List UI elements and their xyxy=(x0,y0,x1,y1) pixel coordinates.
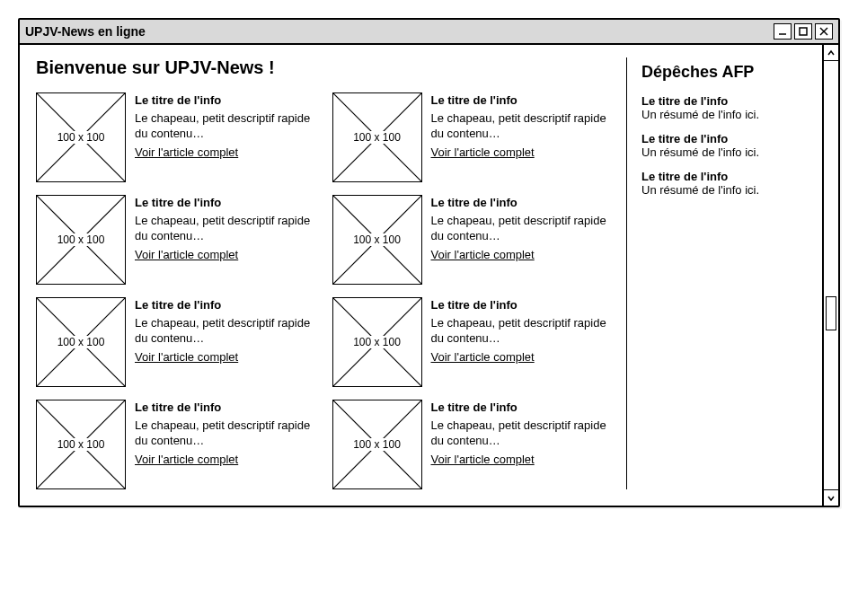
thumbnail-label: 100 x 100 xyxy=(351,131,402,144)
minimize-button[interactable] xyxy=(774,23,792,40)
sidebar-heading: Dépêches AFP xyxy=(641,63,806,82)
article-card: 100 x 100 Le titre de l'info Le chapeau,… xyxy=(36,400,314,489)
app-window: UPJV-News en ligne Bienvenue sur UPJV-Ne… xyxy=(18,18,840,507)
article-summary: Le chapeau, petit descriptif rapide du c… xyxy=(135,110,314,142)
article-link[interactable]: Voir l'article complet xyxy=(431,248,535,261)
article-card: 100 x 100 Le titre de l'info Le chapeau,… xyxy=(36,297,314,387)
article-card: 100 x 100 Le titre de l'info Le chapeau,… xyxy=(332,195,611,285)
thumbnail-label: 100 x 100 xyxy=(351,438,402,451)
chevron-up-icon xyxy=(827,48,836,57)
thumbnail-label: 100 x 100 xyxy=(351,336,402,348)
close-icon xyxy=(818,26,829,37)
maximize-button[interactable] xyxy=(794,23,812,40)
article-grid: 100 x 100 Le titre de l'info Le chapeau,… xyxy=(36,92,610,489)
afp-item-title: Le titre de l'info xyxy=(641,94,806,108)
article-card: 100 x 100 Le titre de l'info Le chapeau,… xyxy=(332,92,611,182)
afp-item: Le titre de l'info Un résumé de l'info i… xyxy=(641,170,806,197)
afp-item-summary: Un résumé de l'info ici. xyxy=(641,183,806,197)
article-summary: Le chapeau, petit descriptif rapide du c… xyxy=(431,110,611,142)
content: Bienvenue sur UPJV-News ! 100 x 100 Le t… xyxy=(20,45,822,506)
article-thumbnail: 100 x 100 xyxy=(332,297,422,387)
article-body: Le titre de l'info Le chapeau, petit des… xyxy=(431,400,611,467)
article-summary: Le chapeau, petit descriptif rapide du c… xyxy=(135,418,314,449)
article-body: Le titre de l'info Le chapeau, petit des… xyxy=(135,400,314,467)
content-wrap: Bienvenue sur UPJV-News ! 100 x 100 Le t… xyxy=(20,45,838,506)
article-card: 100 x 100 Le titre de l'info Le chapeau,… xyxy=(332,400,611,489)
article-title: Le titre de l'info xyxy=(431,297,611,313)
article-link[interactable]: Voir l'article complet xyxy=(135,145,238,159)
article-thumbnail: 100 x 100 xyxy=(332,92,422,182)
article-thumbnail: 100 x 100 xyxy=(36,92,126,182)
article-thumbnail: 100 x 100 xyxy=(332,195,422,285)
thumbnail-label: 100 x 100 xyxy=(56,438,107,451)
afp-item: Le titre de l'info Un résumé de l'info i… xyxy=(641,94,806,121)
afp-list: Le titre de l'info Un résumé de l'info i… xyxy=(641,94,806,197)
article-title: Le titre de l'info xyxy=(431,195,611,211)
maximize-icon xyxy=(798,26,809,37)
article-link[interactable]: Voir l'article complet xyxy=(135,350,238,364)
afp-item-summary: Un résumé de l'info ici. xyxy=(641,108,806,121)
svg-rect-1 xyxy=(800,28,807,35)
thumbnail-label: 100 x 100 xyxy=(56,233,107,246)
article-thumbnail: 100 x 100 xyxy=(332,400,422,489)
article-summary: Le chapeau, petit descriptif rapide du c… xyxy=(135,315,314,347)
article-summary: Le chapeau, petit descriptif rapide du c… xyxy=(135,213,314,244)
article-title: Le titre de l'info xyxy=(135,297,314,313)
article-body: Le titre de l'info Le chapeau, petit des… xyxy=(431,297,611,365)
minimize-icon xyxy=(777,26,788,37)
article-body: Le titre de l'info Le chapeau, petit des… xyxy=(135,297,314,365)
article-link[interactable]: Voir l'article complet xyxy=(431,350,535,364)
article-summary: Le chapeau, petit descriptif rapide du c… xyxy=(431,418,611,449)
afp-item-summary: Un résumé de l'info ici. xyxy=(641,145,806,159)
article-link[interactable]: Voir l'article complet xyxy=(431,453,535,466)
article-title: Le titre de l'info xyxy=(135,92,314,109)
scroll-down-button[interactable] xyxy=(824,489,838,506)
article-summary: Le chapeau, petit descriptif rapide du c… xyxy=(431,315,611,347)
article-title: Le titre de l'info xyxy=(135,195,314,211)
article-body: Le titre de l'info Le chapeau, petit des… xyxy=(431,195,611,262)
scroll-up-button[interactable] xyxy=(824,45,838,61)
article-card: 100 x 100 Le titre de l'info Le chapeau,… xyxy=(332,297,611,387)
afp-item-title: Le titre de l'info xyxy=(641,170,806,183)
article-title: Le titre de l'info xyxy=(431,92,611,109)
thumbnail-label: 100 x 100 xyxy=(56,336,107,348)
article-body: Le titre de l'info Le chapeau, petit des… xyxy=(135,195,314,262)
article-summary: Le chapeau, petit descriptif rapide du c… xyxy=(431,213,611,244)
scroll-thumb[interactable] xyxy=(826,296,836,330)
article-link[interactable]: Voir l'article complet xyxy=(135,248,238,261)
scrollbar[interactable] xyxy=(822,45,838,506)
article-title: Le titre de l'info xyxy=(431,400,611,416)
window-title: UPJV-News en ligne xyxy=(25,24,146,39)
page-title: Bienvenue sur UPJV-News ! xyxy=(36,57,610,78)
article-thumbnail: 100 x 100 xyxy=(36,400,126,489)
sidebar: Dépêches AFP Le titre de l'info Un résum… xyxy=(626,57,806,489)
article-body: Le titre de l'info Le chapeau, petit des… xyxy=(431,92,611,160)
window-controls xyxy=(774,23,833,40)
article-thumbnail: 100 x 100 xyxy=(36,195,126,285)
article-title: Le titre de l'info xyxy=(135,400,314,416)
article-body: Le titre de l'info Le chapeau, petit des… xyxy=(135,92,314,160)
article-thumbnail: 100 x 100 xyxy=(36,297,126,387)
article-link[interactable]: Voir l'article complet xyxy=(431,145,535,159)
afp-item-title: Le titre de l'info xyxy=(641,132,806,145)
article-card: 100 x 100 Le titre de l'info Le chapeau,… xyxy=(36,92,314,182)
chevron-down-icon xyxy=(827,494,836,503)
titlebar: UPJV-News en ligne xyxy=(20,20,838,45)
afp-item: Le titre de l'info Un résumé de l'info i… xyxy=(641,132,806,159)
main-column: Bienvenue sur UPJV-News ! 100 x 100 Le t… xyxy=(36,57,610,489)
article-link[interactable]: Voir l'article complet xyxy=(135,453,238,466)
thumbnail-label: 100 x 100 xyxy=(56,131,107,144)
close-button[interactable] xyxy=(815,23,833,40)
thumbnail-label: 100 x 100 xyxy=(351,233,402,246)
article-card: 100 x 100 Le titre de l'info Le chapeau,… xyxy=(36,195,314,285)
